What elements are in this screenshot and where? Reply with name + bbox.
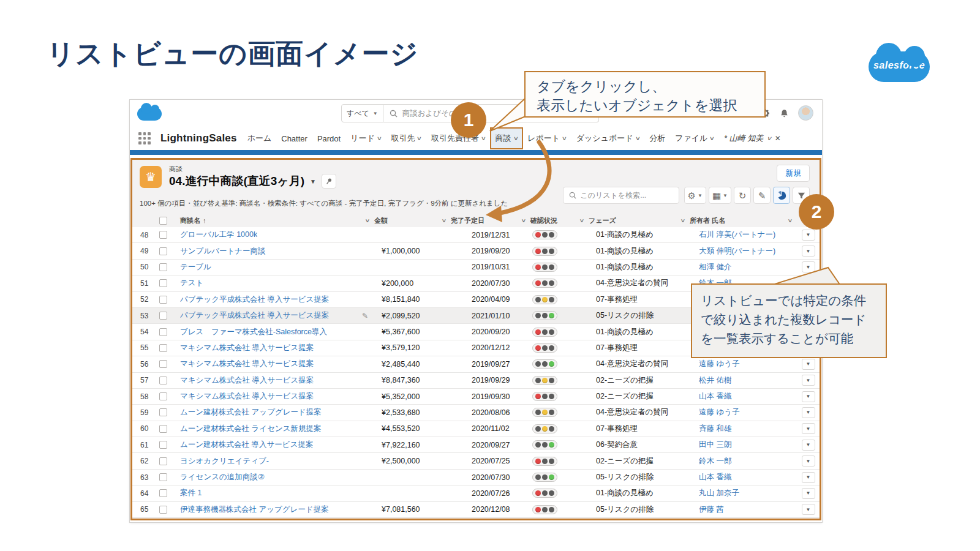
table-row[interactable]: 60ムーン建材株式会社 ライセンス新規提案¥4,553,5202020/11/0…: [132, 421, 820, 437]
owner-link[interactable]: 丸山 加奈子: [699, 489, 739, 497]
owner-link[interactable]: 遠藤 ゆう子: [699, 408, 740, 416]
opportunity-link[interactable]: マキシマム株式会社 導入サービス提案: [180, 375, 314, 386]
nav-tab-7[interactable]: レポート∨: [527, 133, 567, 144]
table-row[interactable]: 63ライセンスの追加商談②2020/07/3005-リスクの排除山本 香織▼: [132, 470, 820, 485]
column-header-0[interactable]: 商談名↑∨: [180, 216, 374, 225]
row-actions-button[interactable]: ▼: [802, 423, 815, 434]
nav-tab-9[interactable]: 分析: [649, 133, 665, 144]
inline-edit-button[interactable]: ✎: [753, 187, 771, 204]
display-format-button[interactable]: ▦▼: [709, 187, 731, 204]
opportunity-link[interactable]: 案件 1: [180, 488, 202, 498]
opportunity-link[interactable]: ライセンスの追加商談②: [180, 472, 265, 482]
owner-link[interactable]: 石川 淳美(パートナー): [699, 230, 775, 239]
row-checkbox[interactable]: [159, 408, 167, 416]
row-checkbox[interactable]: [159, 312, 167, 320]
pin-button[interactable]: [322, 174, 336, 189]
edit-pencil-icon[interactable]: ✎: [362, 312, 368, 320]
owner-link[interactable]: 松井 佑樹: [699, 376, 731, 384]
nav-tab-0[interactable]: ホーム: [247, 133, 272, 144]
close-icon[interactable]: ✕: [775, 134, 781, 143]
column-header-4[interactable]: フェーズ∨: [589, 216, 690, 225]
owner-link[interactable]: 山本 香織: [699, 473, 731, 481]
opportunity-link[interactable]: グローバル工学 1000k: [180, 230, 257, 240]
list-search-input[interactable]: このリストを検索...: [563, 187, 679, 204]
row-checkbox[interactable]: [159, 344, 167, 352]
nav-tab-2[interactable]: Pardot: [317, 134, 341, 143]
row-checkbox[interactable]: [159, 392, 167, 400]
header-checkbox[interactable]: [159, 217, 180, 225]
table-row[interactable]: 58マキシマム株式会社 導入サービス提案¥5,352,0002019/09/30…: [132, 389, 820, 405]
opportunity-link[interactable]: テーブル: [180, 262, 211, 272]
table-row[interactable]: 49サンプルパートナー商談¥1,000,0002019/09/2001-商談の見…: [132, 243, 820, 259]
table-row[interactable]: 61ムーン建材株式会社 導入サービス提案¥7,922,1602020/09/27…: [132, 437, 820, 453]
nav-tab-10[interactable]: ファイル∨: [675, 133, 714, 144]
row-actions-button[interactable]: ▼: [802, 455, 815, 467]
table-row[interactable]: 56マキシマム株式会社 導入サービス提案¥2,485,4402019/09/27…: [132, 356, 820, 372]
opportunity-link[interactable]: パブテック平成株式会社 導入サービス提案: [180, 294, 329, 305]
row-actions-button[interactable]: ▼: [802, 246, 815, 257]
opportunity-link[interactable]: マキシマム株式会社 導入サービス提案: [180, 343, 314, 353]
owner-link[interactable]: 山本 香織: [699, 392, 731, 400]
table-row[interactable]: 64案件 12020/07/2601-商談の見極め丸山 加奈子▼: [132, 485, 820, 501]
user-avatar[interactable]: [798, 105, 813, 121]
row-checkbox[interactable]: [159, 425, 167, 433]
owner-link[interactable]: 遠藤 ゆう子: [699, 359, 740, 368]
temp-tab[interactable]: * 山崎 知美 ∨ ✕: [724, 133, 781, 144]
opportunity-link[interactable]: 伊達事務機器株式会社 アップグレード提案: [180, 504, 329, 515]
row-actions-button[interactable]: ▼: [802, 391, 815, 402]
row-checkbox[interactable]: [159, 296, 167, 304]
column-header-2[interactable]: 完了予定日∨: [451, 216, 530, 225]
row-checkbox[interactable]: [159, 263, 167, 271]
opportunity-link[interactable]: テスト: [180, 278, 203, 288]
row-actions-button[interactable]: ▼: [802, 359, 815, 370]
row-checkbox[interactable]: [159, 231, 167, 239]
row-checkbox[interactable]: [159, 247, 167, 255]
search-scope-select[interactable]: すべて ▼: [341, 104, 383, 122]
charts-button[interactable]: [773, 187, 790, 204]
opportunity-link[interactable]: ムーン建材株式会社 導入サービス提案: [180, 440, 313, 450]
nav-tab-6[interactable]: 商談∨: [490, 127, 524, 149]
row-checkbox[interactable]: [159, 377, 167, 384]
salesforce-home-cloud-icon[interactable]: [137, 107, 162, 121]
bell-icon[interactable]: [779, 108, 790, 119]
table-row[interactable]: 65伊達事務機器株式会社 アップグレード提案¥7,081,5602020/12/…: [132, 502, 820, 518]
row-checkbox[interactable]: [159, 489, 167, 497]
opportunity-link[interactable]: サンプルパートナー商談: [180, 246, 266, 257]
row-checkbox[interactable]: [159, 473, 167, 481]
column-header-3[interactable]: 確認状況∨: [530, 216, 589, 225]
owner-link[interactable]: 大類 伸明(パートナー): [699, 247, 775, 255]
opportunity-link[interactable]: ヨシオカクリエイティブ-: [180, 456, 269, 467]
row-actions-button[interactable]: ▼: [802, 440, 815, 451]
row-actions-button[interactable]: ▼: [802, 488, 815, 499]
opportunity-link[interactable]: マキシマム株式会社 導入サービス提案: [180, 359, 314, 369]
row-actions-button[interactable]: ▼: [802, 472, 815, 483]
row-actions-button[interactable]: ▼: [802, 261, 815, 272]
table-row[interactable]: 59ムーン建材株式会社 アップグレード提案¥2,533,6802020/08/0…: [132, 405, 820, 421]
owner-link[interactable]: 相澤 健介: [699, 263, 731, 271]
nav-tab-8[interactable]: ダッシュボード∨: [576, 133, 639, 144]
owner-link[interactable]: 伊藤 茜: [699, 505, 724, 514]
select-all-checkbox[interactable]: [159, 217, 167, 225]
opportunity-link[interactable]: ムーン建材株式会社 ライセンス新規提案: [180, 424, 322, 434]
row-checkbox[interactable]: [159, 360, 167, 368]
row-actions-button[interactable]: ▼: [802, 407, 815, 418]
row-checkbox[interactable]: [159, 328, 167, 336]
row-actions-button[interactable]: ▼: [802, 230, 815, 241]
nav-tab-4[interactable]: 取引先∨: [391, 133, 421, 144]
owner-link[interactable]: 斉藤 和雄: [699, 424, 731, 433]
row-checkbox[interactable]: [159, 506, 167, 514]
column-header-5[interactable]: 所有者 氏名∨: [690, 216, 797, 225]
nav-tab-1[interactable]: Chatter: [281, 134, 307, 143]
table-row[interactable]: 62ヨシオカクリエイティブ-¥2,500,0002020/07/2502-ニーズ…: [132, 453, 820, 469]
app-launcher-icon[interactable]: [138, 132, 151, 144]
row-checkbox[interactable]: [159, 457, 167, 465]
owner-link[interactable]: 田中 三朗: [699, 440, 731, 449]
row-actions-button[interactable]: ▼: [802, 375, 815, 386]
nav-tab-3[interactable]: リード∨: [350, 133, 381, 144]
table-row[interactable]: 57マキシマム株式会社 導入サービス提案¥8,847,3602019/09/29…: [132, 373, 820, 389]
view-selector-caret-icon[interactable]: ▼: [310, 178, 316, 185]
row-actions-button[interactable]: ▼: [802, 504, 815, 515]
table-row[interactable]: 48グローバル工学 1000k2019/12/3101-商談の見極め石川 淳美(…: [132, 227, 820, 243]
opportunity-link[interactable]: ムーン建材株式会社 アップグレード提案: [180, 407, 322, 418]
new-button[interactable]: 新規: [777, 165, 810, 182]
